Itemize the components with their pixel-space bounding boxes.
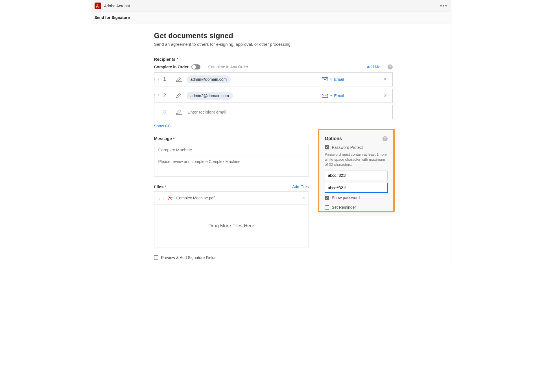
app-window: Adobe Acrobat ••• Send for Signature Get… (91, 0, 451, 264)
delivery-label: Email (334, 77, 344, 82)
preview-label: Preview & Add Signature Fields (161, 255, 217, 260)
file-row: ⋮⋮ Complex Machine.pdf × (154, 192, 309, 205)
preview-checkbox[interactable] (154, 255, 158, 260)
content-area: Get documents signed Send an agreement t… (91, 23, 451, 264)
recipient-row: ⋮⋮ 3 (154, 105, 393, 119)
svg-rect-1 (322, 94, 327, 97)
recipient-number: 3 (158, 109, 171, 115)
pen-icon[interactable] (171, 77, 187, 82)
recipient-chip[interactable]: admin@domain.com (187, 75, 231, 83)
remove-file-icon[interactable]: × (302, 195, 305, 201)
delivery-selector[interactable]: ▾ Email (322, 93, 378, 98)
pdf-icon (168, 195, 174, 201)
show-cc-link[interactable]: Show CC (154, 124, 171, 128)
chevron-down-icon: ▾ (330, 94, 332, 97)
order-toggle[interactable] (191, 64, 200, 69)
delivery-selector[interactable]: ▾ Email (322, 77, 378, 82)
pen-icon[interactable] (171, 93, 187, 99)
recipient-email-input[interactable] (187, 110, 392, 114)
delivery-label: Email (334, 93, 344, 98)
app-title: Adobe Acrobat (104, 4, 130, 8)
password-protect-checkbox[interactable]: ✓ (325, 145, 329, 149)
recipient-row: ⋮⋮ 1 admin@domain.com ▾ Email × (154, 72, 393, 86)
options-title: Options (325, 136, 342, 141)
add-files-link[interactable]: Add Files (292, 184, 309, 189)
complete-in-order-label: Complete in Order (154, 65, 189, 69)
page-title: Get documents signed (154, 31, 393, 40)
drag-handle-icon[interactable]: ⋮⋮ (154, 77, 158, 82)
divider (384, 64, 384, 69)
file-dropzone[interactable]: Drag More Files Here (154, 205, 309, 247)
more-menu-icon[interactable]: ••• (440, 3, 447, 9)
remove-recipient-icon[interactable]: × (378, 92, 392, 99)
preview-row: Preview & Add Signature Fields (154, 255, 393, 260)
help-icon[interactable]: ? (383, 136, 388, 141)
message-subject-input[interactable] (154, 144, 309, 156)
files-header: Files Add Files (154, 184, 309, 189)
drag-handle-icon[interactable]: ⋮⋮ (154, 93, 158, 98)
order-row: Complete in Order Complete in Any Order … (154, 64, 393, 69)
set-reminder-checkbox[interactable] (325, 205, 329, 210)
files-box: ⋮⋮ Complex Machine.pdf × Drag More Files… (154, 191, 309, 247)
recipient-chip[interactable]: admin2@domain.com (187, 92, 233, 100)
page-subtitle: Send an agreement to others for e-signin… (154, 42, 393, 47)
pen-icon[interactable] (171, 109, 187, 115)
acrobat-icon (95, 3, 101, 9)
files-label: Files (154, 184, 167, 189)
show-password-label: Show password (332, 195, 360, 200)
titlebar: Adobe Acrobat ••• (91, 0, 451, 12)
set-reminder-label: Set Reminder (332, 205, 356, 210)
help-icon[interactable]: ? (388, 64, 393, 69)
chevron-down-icon: ▾ (330, 77, 332, 81)
password-input[interactable] (325, 171, 388, 180)
recipient-number: 2 (158, 93, 171, 99)
recipients-label: Recipients (154, 57, 393, 62)
add-me-link[interactable]: Add Me (367, 65, 380, 69)
recipient-number: 1 (158, 76, 171, 82)
drag-handle-icon[interactable]: ⋮⋮ (158, 196, 165, 200)
remove-recipient-icon[interactable]: × (378, 76, 392, 82)
password-description: Password must contain at least 1 non-whi… (325, 152, 388, 167)
message-box (154, 144, 309, 177)
recipient-row: ⋮⋮ 2 admin2@domain.com ▾ Email × (154, 89, 393, 103)
svg-rect-0 (322, 77, 327, 81)
complete-any-order-label: Complete in Any Order (208, 65, 248, 69)
options-panel: Options ? ✓ Password Protect Password mu… (320, 131, 393, 216)
password-protect-label: Password Protect (332, 145, 363, 150)
show-password-checkbox[interactable]: ✓ (325, 196, 329, 200)
file-name: Complex Machine.pdf (176, 196, 215, 200)
password-confirm-input[interactable] (325, 183, 388, 193)
message-body-input[interactable] (154, 156, 309, 175)
subheader: Send for Signature (91, 12, 451, 23)
